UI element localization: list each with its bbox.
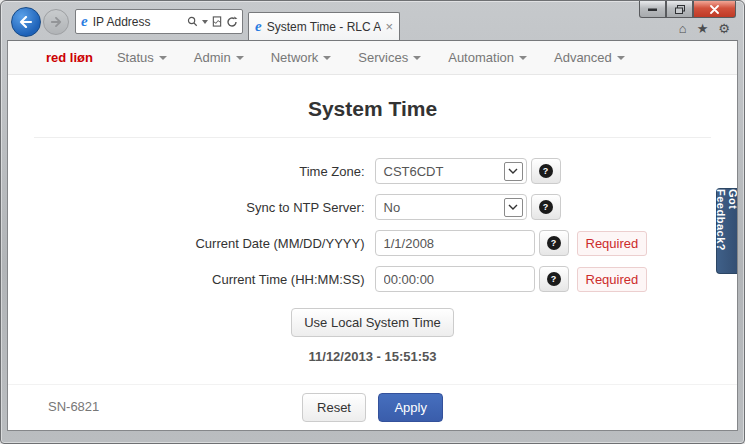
nav-item-network[interactable]: Network bbox=[271, 50, 332, 65]
browser-window: e IP Address e System Time - bbox=[0, 0, 745, 444]
help-icon: ? bbox=[539, 200, 553, 214]
time-zone-select[interactable]: CST6CDT bbox=[375, 158, 527, 184]
page-viewport: red liøn Status Admin Network Services A… bbox=[7, 40, 738, 431]
address-dropdown-icon[interactable] bbox=[202, 20, 208, 24]
select-chevron-icon[interactable] bbox=[504, 198, 523, 217]
form-row-current-date: Current Date (MM/DD/YYYY) ? Required bbox=[8, 230, 737, 256]
home-icon[interactable]: ⌂ bbox=[679, 22, 687, 35]
page-title: System Time bbox=[8, 97, 737, 121]
nav-menu: Status Admin Network Services Automation… bbox=[117, 50, 625, 65]
ntp-sync-label: Sync to NTP Server: bbox=[8, 200, 373, 215]
ie-favicon: e bbox=[81, 14, 88, 29]
forward-button[interactable] bbox=[43, 9, 69, 35]
current-time-input[interactable] bbox=[375, 266, 535, 292]
red-lion-logo[interactable]: red liøn bbox=[46, 50, 93, 65]
close-icon bbox=[710, 5, 719, 14]
page-footer: SN-6821 Reset Apply bbox=[8, 384, 737, 430]
nav-item-advanced[interactable]: Advanced bbox=[554, 50, 625, 65]
window-controls bbox=[639, 1, 736, 18]
ntp-sync-help-button[interactable]: ? bbox=[531, 194, 561, 220]
compatibility-view-icon[interactable] bbox=[212, 16, 222, 27]
maximize-icon bbox=[675, 5, 685, 14]
current-date-label: Current Date (MM/DD/YYYY) bbox=[8, 236, 373, 251]
form-row-time-zone: Time Zone: CST6CDT ? bbox=[8, 158, 737, 184]
current-time-help-button[interactable]: ? bbox=[539, 266, 569, 292]
tab-favicon: e bbox=[255, 19, 262, 34]
tab-close-icon[interactable]: × bbox=[385, 19, 393, 34]
help-icon: ? bbox=[547, 236, 561, 250]
address-bar[interactable]: e IP Address bbox=[75, 9, 243, 34]
ntp-sync-value: No bbox=[384, 200, 401, 215]
search-icon[interactable] bbox=[187, 16, 198, 27]
chevron-down-icon bbox=[159, 56, 167, 60]
site-navbar: red liøn Status Admin Network Services A… bbox=[8, 41, 737, 75]
help-icon: ? bbox=[547, 272, 561, 286]
back-button[interactable] bbox=[11, 7, 41, 37]
local-system-timestamp: 11/12/2013 - 15:51:53 bbox=[8, 349, 737, 364]
back-arrow-icon bbox=[19, 16, 33, 28]
form-row-current-time: Current Time (HH:MM:SS) ? Required bbox=[8, 266, 737, 292]
minimize-icon bbox=[648, 8, 657, 11]
nav-item-automation[interactable]: Automation bbox=[448, 50, 527, 65]
chevron-down-icon bbox=[323, 56, 331, 60]
required-badge: Required bbox=[577, 267, 648, 292]
nav-item-status[interactable]: Status bbox=[117, 50, 167, 65]
address-bar-value[interactable]: IP Address bbox=[93, 15, 187, 29]
chevron-down-icon bbox=[519, 56, 527, 60]
time-zone-label: Time Zone: bbox=[8, 164, 373, 179]
close-button[interactable] bbox=[693, 1, 736, 18]
chevron-down-icon bbox=[413, 56, 421, 60]
minimize-button[interactable] bbox=[639, 1, 666, 18]
browser-tab[interactable]: e System Time - RLC Admini... × bbox=[248, 12, 400, 40]
maximize-button[interactable] bbox=[666, 1, 693, 18]
use-local-system-time-button[interactable]: Use Local System Time bbox=[291, 308, 454, 337]
current-time-label: Current Time (HH:MM:SS) bbox=[8, 272, 373, 287]
reset-button[interactable]: Reset bbox=[302, 393, 366, 422]
current-date-help-button[interactable]: ? bbox=[539, 230, 569, 256]
current-date-input[interactable] bbox=[375, 230, 535, 256]
ntp-sync-select[interactable]: No bbox=[375, 194, 527, 220]
got-feedback-tab[interactable]: Got Feedback? bbox=[716, 188, 737, 274]
nav-item-admin[interactable]: Admin bbox=[194, 50, 244, 65]
tools-gear-icon[interactable]: ⚙ bbox=[718, 22, 730, 35]
time-zone-help-button[interactable]: ? bbox=[531, 158, 561, 184]
title-divider bbox=[34, 137, 711, 138]
required-badge: Required bbox=[577, 231, 648, 256]
form-row-ntp-sync: Sync to NTP Server: No ? bbox=[8, 194, 737, 220]
nav-item-services[interactable]: Services bbox=[358, 50, 421, 65]
browser-quick-icons: ⌂ ★ ⚙ bbox=[679, 22, 730, 35]
browser-titlebar: e IP Address e System Time - bbox=[7, 3, 738, 40]
select-chevron-icon[interactable] bbox=[504, 162, 523, 181]
apply-button[interactable]: Apply bbox=[378, 393, 443, 422]
favorites-star-icon[interactable]: ★ bbox=[697, 22, 709, 35]
help-icon: ? bbox=[539, 164, 553, 178]
forward-arrow-icon bbox=[50, 17, 62, 27]
refresh-icon[interactable] bbox=[226, 16, 238, 28]
chevron-down-icon bbox=[617, 56, 625, 60]
tab-title: System Time - RLC Admini... bbox=[267, 20, 382, 34]
chevron-down-icon bbox=[236, 56, 244, 60]
time-zone-value: CST6CDT bbox=[384, 164, 444, 179]
